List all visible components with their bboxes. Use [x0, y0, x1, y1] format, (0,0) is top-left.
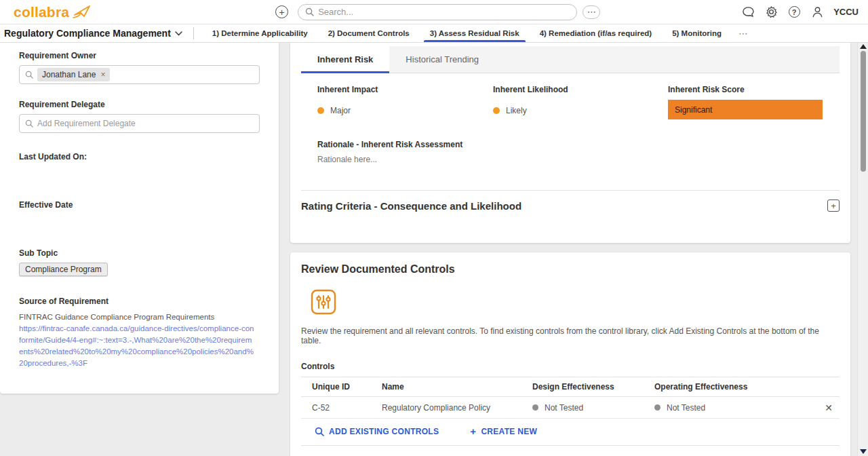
search-icon — [25, 119, 33, 128]
remove-row-icon[interactable]: ✕ — [818, 402, 840, 413]
add-existing-controls-button[interactable]: ADD EXISTING CONTROLS — [315, 427, 439, 436]
controls-table-header: Unique ID Name Design Effectiveness Oper… — [301, 377, 840, 397]
controls-table-label: Controls — [301, 362, 840, 371]
inherent-likelihood-value[interactable]: Likely — [493, 106, 668, 115]
search-icon — [25, 71, 33, 79]
col-name: Name — [382, 382, 532, 392]
search-icon — [305, 7, 314, 16]
col-unique-id: Unique ID — [312, 382, 382, 392]
inherent-impact-value[interactable]: Major — [317, 106, 493, 115]
paper-plane-icon — [72, 4, 92, 20]
settings-gear-icon[interactable] — [764, 5, 778, 19]
page-content: Requirement Owner Jonathan Lane × Requir… — [0, 43, 857, 456]
search-icon — [315, 427, 324, 436]
workflow-nav-bar: Regulatory Compliance Management 1) Dete… — [0, 24, 868, 43]
topbar-actions: ? YCCU — [741, 5, 859, 19]
step-remediation[interactable]: 4) Remediation (if/as required) — [530, 24, 663, 42]
table-row[interactable]: C-52 Regulatory Compliance Policy Not Te… — [301, 397, 840, 419]
plus-icon: + — [470, 425, 476, 437]
step-document-controls[interactable]: 2) Document Controls — [318, 24, 420, 42]
rationale-text[interactable]: Rationale here... — [317, 155, 850, 164]
cell-unique-id[interactable]: C-52 — [312, 403, 382, 413]
source-of-requirement-label: Source of Requirement — [19, 297, 260, 306]
logo-text: collabra — [14, 4, 69, 20]
create-new-button[interactable]: + CREATE NEW — [470, 425, 537, 437]
requirement-delegate-input[interactable] — [37, 119, 254, 128]
requirement-delegate-label: Requirement Delegate — [19, 100, 260, 109]
controls-table: Unique ID Name Design Effectiveness Oper… — [301, 377, 840, 446]
inherent-risk-card: Inherent Risk Historical Trending Inhere… — [290, 43, 850, 243]
sub-topic-tag[interactable]: Compliance Program — [19, 263, 108, 276]
owner-chip: Jonathan Lane × — [37, 68, 110, 81]
step-monitoring[interactable]: 5) Monitoring — [662, 24, 732, 42]
rating-criteria-heading: Rating Criteria - Consequence and Likeli… — [301, 200, 521, 212]
scrollbar-thumb[interactable] — [861, 51, 866, 172]
scroll-down-arrow-icon[interactable] — [860, 449, 867, 454]
step-assess-residual-risk[interactable]: 3) Assess Residual Risk — [420, 24, 530, 42]
username-label[interactable]: YCCU — [833, 7, 859, 17]
likelihood-dot-icon — [493, 107, 500, 114]
review-controls-heading: Review Documented Controls — [301, 263, 840, 276]
impact-dot-icon — [317, 107, 324, 114]
expand-rating-criteria-button[interactable]: + — [827, 200, 840, 212]
inherent-risk-score-label: Inherent Risk Score — [668, 85, 834, 94]
workflow-title: Regulatory Compliance Management — [4, 28, 171, 39]
cell-operating-effectiveness: Not Tested — [654, 403, 818, 413]
inherent-risk-score-badge: Significant — [668, 100, 823, 119]
create-new-button[interactable]: + — [275, 5, 288, 18]
search-input[interactable] — [318, 7, 570, 17]
col-operating-effectiveness: Operating Effectiveness — [654, 382, 818, 392]
section-divider — [301, 190, 840, 191]
inherent-likelihood-label: Inherent Likelihood — [493, 85, 668, 94]
user-profile-icon[interactable] — [810, 5, 824, 19]
review-controls-card: Review Documented Controls Review the re… — [290, 252, 850, 456]
nav-separator — [193, 27, 194, 39]
global-search[interactable] — [298, 4, 577, 20]
requirement-owner-field[interactable]: Jonathan Lane × — [19, 65, 260, 84]
cell-design-effectiveness: Not Tested — [532, 403, 654, 413]
help-icon[interactable]: ? — [787, 5, 801, 19]
chat-icon[interactable] — [741, 5, 755, 19]
risk-tabstrip: Inherent Risk Historical Trending — [301, 46, 840, 73]
source-link[interactable]: https://fintrac-canafe.canada.ca/guidanc… — [19, 323, 255, 369]
search-options-button[interactable]: ⋯ — [583, 5, 600, 19]
sub-topic-label: Sub Topic — [19, 248, 260, 258]
rationale-label: Rationale - Inherent Risk Assessment — [317, 140, 850, 149]
cell-name[interactable]: Regulatory Compliance Policy — [382, 403, 532, 413]
inherent-impact-label: Inherent Impact — [317, 85, 493, 94]
source-text: FINTRAC Guidance Compliance Program Requ… — [19, 311, 255, 323]
workflow-title-dropdown[interactable]: Regulatory Compliance Management — [4, 24, 182, 42]
owner-chip-label: Jonathan Lane — [42, 70, 96, 79]
requirement-owner-label: Requirement Owner — [19, 51, 260, 60]
tab-historical-trending[interactable]: Historical Trending — [389, 46, 495, 73]
last-updated-label: Last Updated On: — [19, 152, 260, 162]
page-scrollbar[interactable] — [857, 43, 868, 456]
review-controls-description: Review the requirement and all relevant … — [301, 326, 840, 345]
app-logo[interactable]: collabra — [14, 4, 92, 20]
top-bar: collabra + ⋯ ? YCCU — [0, 0, 868, 24]
status-dot-icon — [532, 404, 538, 411]
requirement-delegate-field[interactable] — [19, 114, 260, 133]
scroll-up-arrow-icon[interactable] — [860, 44, 867, 49]
col-design-effectiveness: Design Effectiveness — [532, 382, 654, 392]
requirement-details-panel: Requirement Owner Jonathan Lane × Requir… — [0, 43, 279, 394]
steps-overflow-button[interactable]: ⋯ — [732, 24, 755, 42]
chevron-down-icon — [175, 31, 182, 36]
step-determine-applicability[interactable]: 1) Determine Applicability — [202, 24, 318, 42]
chip-remove-icon[interactable]: × — [100, 70, 105, 79]
status-dot-icon — [654, 404, 660, 411]
tab-inherent-risk[interactable]: Inherent Risk — [301, 46, 389, 73]
effective-date-label: Effective Date — [19, 200, 260, 210]
controls-sliders-icon — [311, 289, 840, 315]
